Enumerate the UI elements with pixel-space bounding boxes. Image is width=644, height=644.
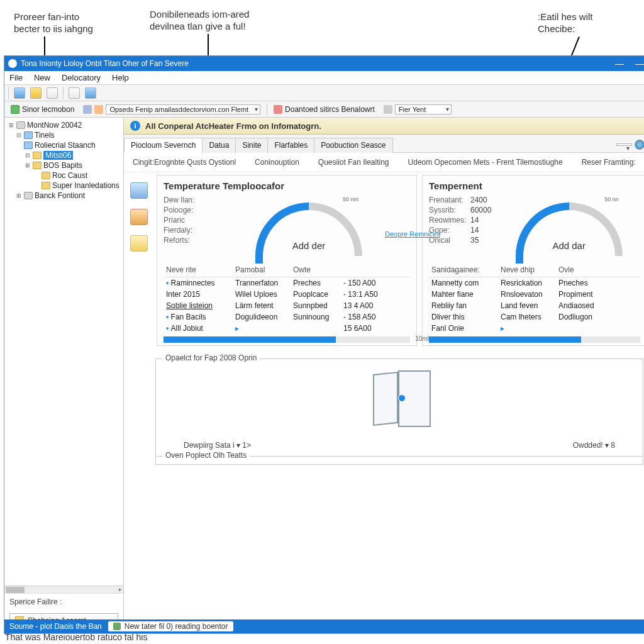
globe-icon[interactable] <box>635 140 644 150</box>
table-right: Sanidagainee: Neve dhip Ovle Mannetty co… <box>429 264 640 343</box>
panel-title: Temperature Temploocafor <box>164 180 410 191</box>
annotation-1: Proreer fan-into becter to iis iahgng <box>14 11 93 35</box>
tree-node[interactable]: ⊞Banck Fontiont <box>6 191 122 201</box>
disk-icon <box>24 192 33 199</box>
annotation-3: :Eatil hes wilt Checibe: <box>538 11 593 35</box>
section-link-2[interactable]: Quesiiot Fan Ilealting <box>318 158 389 167</box>
gauge-link[interactable]: Deopre Remnices <box>385 230 440 238</box>
gb-left-control[interactable]: Dewpiirg Sata i ▾ 1> <box>184 441 251 450</box>
progress-bar: 10ml <box>164 336 410 343</box>
door-diagram <box>362 370 437 433</box>
gauge-left: Add der 50 nm Deopre Remnices <box>208 195 410 258</box>
table-row[interactable]: Alll Jobiut▸15 6A00 <box>164 323 410 334</box>
minimize-button[interactable]: — <box>612 58 627 69</box>
table-row[interactable]: Mahter fianeRnsloevatonPropiment <box>429 289 640 300</box>
sections-row: Cingit:Erognbte Qusts Oystionl Coninoupt… <box>124 153 644 172</box>
folder-large-icon[interactable] <box>130 235 148 252</box>
tab-dropdown[interactable] <box>616 143 632 146</box>
refresh-icon[interactable] <box>85 87 96 99</box>
toolbar-secondary: Sinor lecmobon Opseds Fenip amailasddect… <box>4 101 644 118</box>
tab-1[interactable]: Datua <box>202 138 236 153</box>
seg3-label: Doantoed sitircs Benalowrt <box>285 105 375 114</box>
status-dot-icon <box>113 623 121 630</box>
status-bar: Soume - plot Daois the Ban New tater fil… <box>4 619 644 633</box>
info-banner: i All Conperal AtcHeater Frmo on Infomat… <box>124 118 644 135</box>
section-link-0[interactable]: Cingit:Erognbte Qusts Oystionl <box>133 158 236 167</box>
tree-node-selected[interactable]: ⊟Mitsti06 <box>6 150 122 160</box>
tree-h-scrollbar[interactable]: ▸ <box>4 586 123 593</box>
tab-4[interactable]: Poobuction Seasce <box>314 138 392 153</box>
banner-text: All Conperal AtcHeater Frmo on Infomatog… <box>145 121 321 131</box>
status-cell: New tater fil 0) reading boentor <box>108 621 233 631</box>
dashboard-icon[interactable] <box>130 182 148 199</box>
folder-icon <box>33 162 42 169</box>
app-icon <box>8 59 17 68</box>
maximize-button[interactable]: — <box>632 58 644 69</box>
tab-0[interactable]: Piocloum Severnch <box>124 138 203 153</box>
chart-icon[interactable] <box>69 87 80 99</box>
kv-list: Dew llan: Poiooge: Priaric Fierdaly: Ref… <box>164 195 201 258</box>
section-link-1[interactable]: Coninouption <box>255 158 299 167</box>
table-row[interactable]: Mannetty comResrickationPneches <box>429 277 640 289</box>
filter-icon <box>384 105 392 114</box>
panel-temperature-right: Tempernent Frenatant:2400 Syssrib:60000 … <box>422 175 644 346</box>
tree-pane: ⊞MontNow 20042 ⊟Tinels Roliecrial Staanc… <box>4 118 124 633</box>
report-icon[interactable] <box>47 87 58 99</box>
menu-delocatory[interactable]: Delocatory <box>62 73 101 82</box>
menu-bar: File New Delocatory Help <box>4 71 644 85</box>
panel-side-icons <box>126 175 152 346</box>
filter-dropdown[interactable]: Fier Yent <box>395 104 452 114</box>
tree-footer-label: Sperice Failire : <box>4 593 123 610</box>
title-bar[interactable]: Tona Inionty Lioloy Onbt Titan Oher of F… <box>4 56 644 71</box>
address-dropdown[interactable]: Opseds Fenip amailasddectorviom.con Flem… <box>106 104 260 114</box>
table-row[interactable]: Soblie listeionLärm fetentSunnpbed13 4 A… <box>164 300 410 311</box>
folder-icon <box>24 142 33 149</box>
annotation-2: Donibileneads iom-ared devilnea tlan giv… <box>150 9 249 33</box>
menu-help[interactable]: Help <box>112 73 129 82</box>
tab-bar: Piocloum Severnch Datua Sinite Flarfable… <box>124 135 644 153</box>
tree-node[interactable]: Super Inanledations <box>6 180 122 191</box>
tab-2[interactable]: Sinite <box>235 138 268 153</box>
table-row[interactable]: RaminnectesTrannerfatonPreches- 150 A00 <box>164 277 410 289</box>
tree-node[interactable]: ⊟Tinels <box>6 130 122 140</box>
home-icon[interactable] <box>14 87 25 99</box>
tree[interactable]: ⊞MontNow 20042 ⊟Tinels Roliecrial Staanc… <box>4 118 123 586</box>
app-window: Tona Inionty Lioloy Onbt Titan Oher of F… <box>4 55 644 634</box>
menu-new[interactable]: New <box>34 73 50 82</box>
open-icon[interactable] <box>30 87 42 99</box>
panel-title: Tempernent <box>429 180 640 191</box>
download-icon <box>274 105 282 114</box>
globe-small-icon <box>83 105 92 114</box>
gb-right-control[interactable]: Owdded! ▾ 8 <box>573 441 615 450</box>
tree-node[interactable]: Roc Caust <box>6 170 122 180</box>
gb-sub-legend: Oven Poplect Olh Teatts <box>162 451 250 460</box>
table-row[interactable]: Inter 2015Wilel UploesPuoplcace- 13:1 A5… <box>164 289 410 300</box>
folder-small-icon <box>94 105 103 114</box>
table-row[interactable]: Dliver thisCam lhetersDodliugon <box>429 311 640 323</box>
toolbar-primary <box>4 85 644 101</box>
table-row[interactable]: Fanl Onie▸ <box>429 323 640 334</box>
tree-node[interactable]: Roliecrial Staanch <box>6 140 122 150</box>
kv-list: Frenatant:2400 Syssrib:60000 Reowimes:14… <box>429 195 491 258</box>
folder-icon <box>42 172 50 179</box>
tab-3[interactable]: Flarfables <box>267 138 314 153</box>
gauge-right: Add dar 50 nn <box>497 195 640 258</box>
info-dot-icon <box>398 394 406 402</box>
menu-file[interactable]: File <box>9 73 23 82</box>
disk-icon <box>16 121 25 129</box>
user-icon[interactable] <box>130 209 148 225</box>
gauge-tick: 50 nn <box>604 196 619 203</box>
section-link-4[interactable]: Reser Framting: <box>582 158 636 167</box>
tree-node[interactable]: ⊞MontNow 20042 <box>6 120 122 130</box>
folder-icon <box>33 152 42 159</box>
tree-node[interactable]: ⊞BOS Bapits <box>6 160 122 170</box>
table-row[interactable]: Fan BacilsDogulideeonSuninoung- 158 A50 <box>164 311 410 323</box>
section-link-3[interactable]: Udeom Opecomen Mets - Frent Tilemostiugh… <box>408 158 563 167</box>
status-left: Soume - plot Daois the Ban <box>9 622 102 631</box>
gauge-label: Add dar <box>552 240 586 251</box>
toolbar-sep <box>267 103 267 116</box>
info-icon: i <box>130 121 140 131</box>
table-row[interactable]: Rebliiy fanLand fevenAndiaosed <box>429 300 640 311</box>
panel-temperature-left: Temperature Temploocafor Dew llan: Poioo… <box>157 175 417 346</box>
folder-icon <box>24 131 33 139</box>
